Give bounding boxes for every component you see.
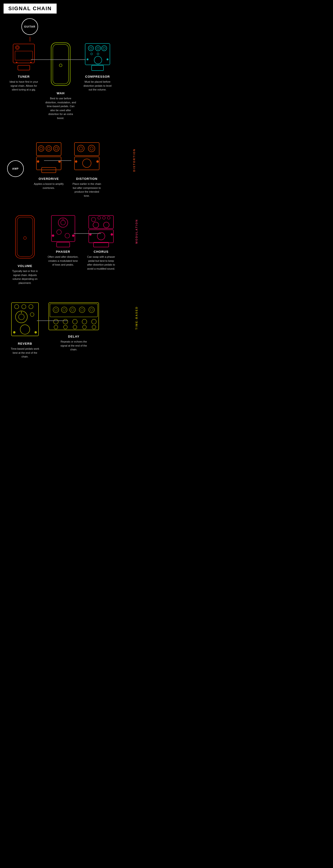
svg-point-26	[46, 146, 52, 151]
compressor-pedal-col: COMPRESSOR Must be placed before distort…	[81, 41, 114, 92]
svg-rect-67	[11, 303, 38, 336]
chorus-name: CHORUS	[94, 250, 108, 253]
svg-point-15	[102, 45, 107, 51]
overdrive-name: OVERDRIVE	[38, 177, 59, 181]
svg-point-9	[59, 64, 62, 67]
svg-point-57	[98, 216, 101, 219]
reverb-name: REVERB	[18, 342, 32, 345]
svg-point-94	[91, 319, 96, 324]
svg-point-50	[57, 230, 61, 235]
svg-point-92	[73, 319, 77, 324]
volume-svg	[12, 214, 38, 262]
svg-point-93	[82, 319, 87, 324]
svg-point-38	[90, 147, 93, 150]
svg-point-74	[30, 313, 34, 316]
svg-point-41	[75, 160, 77, 163]
page-title: SIGNAL CHAIN	[8, 5, 52, 12]
svg-point-65	[111, 233, 113, 236]
svg-point-1	[16, 45, 19, 50]
volume-name: VOLUME	[18, 264, 32, 268]
svg-rect-7	[51, 43, 70, 86]
svg-point-81	[54, 308, 57, 311]
svg-point-59	[107, 216, 110, 219]
chorus-svg	[87, 214, 115, 248]
svg-point-11	[88, 45, 93, 51]
delay-name: DELAY	[68, 335, 79, 338]
svg-point-87	[81, 308, 83, 311]
svg-rect-20	[91, 65, 104, 70]
svg-point-97	[73, 325, 77, 329]
distortion-desc: Place earlier in the chain but after com…	[72, 182, 102, 198]
delay-svg	[48, 302, 100, 332]
svg-point-61	[104, 222, 109, 228]
svg-point-70	[29, 305, 33, 309]
svg-point-24	[38, 146, 44, 151]
volume-desc: Typically last or first in signal chain.…	[9, 269, 40, 285]
svg-point-45	[24, 237, 26, 240]
svg-point-60	[93, 222, 99, 228]
svg-point-84	[70, 307, 75, 313]
reverb-desc: Time-based pedals work best at the end o…	[9, 347, 40, 359]
svg-point-69	[22, 305, 26, 309]
svg-point-51	[65, 233, 70, 238]
svg-point-35	[78, 145, 84, 152]
svg-point-99	[92, 325, 96, 329]
tuner-pedal-col: TUNER Ideal to have first in your signal…	[7, 41, 40, 92]
svg-point-52	[52, 235, 54, 237]
amp-circle-wrapper: AMP	[7, 160, 24, 177]
compressor-svg	[83, 41, 112, 72]
time-based-label: TIME-BASED	[135, 306, 138, 330]
svg-point-27	[47, 147, 50, 150]
compressor-desc: Must be placed before distortion pedals …	[82, 80, 113, 92]
svg-point-82	[61, 307, 67, 313]
svg-point-42	[96, 160, 99, 163]
svg-rect-54	[57, 242, 70, 247]
svg-rect-4	[18, 65, 30, 70]
svg-point-2	[17, 46, 18, 49]
svg-point-96	[63, 325, 67, 329]
svg-point-22	[107, 58, 108, 60]
header-block: SIGNAL CHAIN	[4, 4, 57, 13]
svg-point-77	[34, 331, 37, 334]
svg-point-91	[63, 319, 68, 324]
wah-svg	[48, 41, 74, 89]
svg-rect-43	[16, 215, 34, 258]
reverb-svg	[9, 302, 40, 339]
svg-rect-30	[36, 157, 61, 170]
svg-point-72	[19, 314, 24, 320]
delay-pedal-col: DELAY Repeats or echoes the signal at th…	[48, 302, 100, 351]
svg-point-12	[90, 47, 92, 50]
tuner-name: TUNER	[18, 75, 30, 79]
distortion-name: DISTORTION	[76, 177, 98, 181]
svg-point-19	[94, 56, 102, 64]
svg-point-28	[54, 146, 59, 151]
wah-desc: Best to use before distortion, modulatio…	[45, 96, 76, 120]
section-1: GUITAR	[7, 18, 136, 120]
svg-point-5	[16, 62, 17, 63]
svg-rect-44	[17, 217, 33, 256]
svg-point-18	[97, 53, 99, 55]
svg-point-85	[71, 308, 74, 311]
overdrive-pedal-col: OVERDRIVE Applies a boost to amplify ove…	[32, 141, 65, 190]
svg-point-68	[15, 305, 19, 309]
svg-point-95	[54, 325, 58, 329]
main-content: GUITAR	[0, 13, 143, 364]
phaser-svg	[50, 214, 77, 248]
overdrive-desc: Applies a boost to amplify overtones.	[33, 182, 64, 190]
compressor-name: COMPRESSOR	[85, 75, 110, 79]
tuner-svg	[11, 41, 37, 72]
svg-point-17	[91, 53, 92, 55]
modulation-label: MODULATION	[135, 219, 138, 244]
guitar-label: GUITAR	[21, 18, 38, 35]
svg-rect-3	[15, 51, 33, 60]
svg-point-80	[53, 307, 59, 313]
svg-point-14	[97, 47, 99, 50]
distortion-label: DISTORTION	[133, 149, 136, 172]
volume-pedal-col: VOLUME Typically last or first in signal…	[8, 214, 41, 285]
delay-desc: Repeats or echoes the signal at the end …	[58, 340, 89, 351]
svg-rect-55	[89, 215, 113, 228]
svg-point-88	[89, 307, 94, 313]
svg-point-58	[103, 216, 105, 219]
svg-point-90	[54, 319, 58, 324]
wah-pedal-col: WAH Best to use before distortion, modul…	[44, 41, 77, 120]
